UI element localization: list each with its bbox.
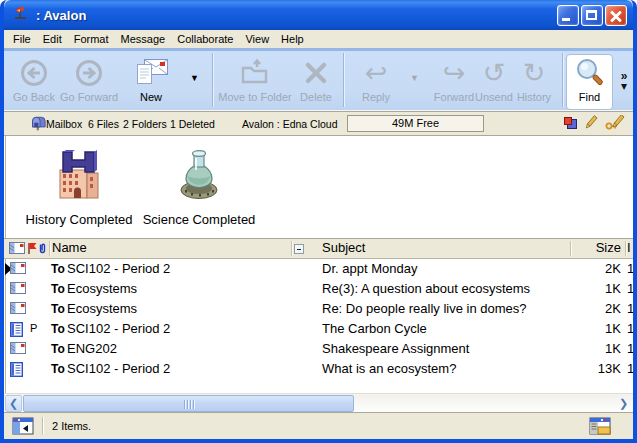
- menu-file[interactable]: File: [7, 32, 37, 46]
- message-row[interactable]: P To SCI102 - Period 2 The Carbon Cycle …: [4, 319, 633, 339]
- edit-pencil-icon[interactable]: [585, 115, 598, 132]
- unsend-icon: ↺: [483, 54, 506, 91]
- row-name: ENG202: [67, 341, 117, 356]
- row-size: 1K: [574, 321, 621, 336]
- menu-edit[interactable]: Edit: [37, 32, 68, 46]
- row-name: SCI102 - Period 2: [67, 361, 170, 376]
- move-to-folder-button[interactable]: Move to Folder: [216, 54, 294, 103]
- row-size: 2K: [574, 301, 621, 316]
- row-type-icon: [10, 282, 26, 298]
- close-icon: [606, 6, 626, 25]
- history-completed-item[interactable]: History Completed: [20, 148, 138, 227]
- row-to-label: To: [51, 322, 65, 336]
- row-extra: 1: [627, 341, 634, 356]
- column-subject[interactable]: Subject: [322, 240, 365, 255]
- history-building-icon: [53, 148, 105, 206]
- reply-button[interactable]: ↩ Reply: [352, 54, 400, 103]
- window-title: : Avalon: [36, 8, 555, 23]
- row-extra: 1: [627, 261, 634, 276]
- row-to-label: To: [51, 362, 65, 376]
- app-window: : Avalon File Edit Format Message Collab…: [0, 0, 637, 443]
- column-last[interactable]: I: [627, 240, 631, 255]
- title-bar[interactable]: : Avalon: [4, 0, 633, 30]
- new-button[interactable]: New: [122, 54, 180, 103]
- row-name: SCI102 - Period 2: [67, 261, 170, 276]
- row-size: 1K: [574, 341, 621, 356]
- items-count: 2 Items.: [52, 420, 91, 432]
- header-mail-icon[interactable]: [9, 242, 25, 258]
- message-list: To SCI102 - Period 2 Dr. appt Monday 2K …: [4, 259, 633, 393]
- row-size: 1K: [574, 281, 621, 296]
- menu-help[interactable]: Help: [275, 32, 310, 46]
- history-icon: ↻: [523, 54, 546, 91]
- row-size: 2K: [574, 261, 621, 276]
- column-name[interactable]: Name: [52, 240, 87, 255]
- delete-button[interactable]: Delete: [292, 54, 340, 103]
- toolbar-separator: [343, 53, 345, 107]
- app-icon: [13, 5, 30, 25]
- message-row[interactable]: To Ecosystems Re(3): A question about ec…: [4, 279, 633, 299]
- split-pane-icon[interactable]: [589, 417, 611, 437]
- row-subject: What is an ecosystem?: [322, 361, 456, 376]
- minimize-icon: [562, 18, 570, 21]
- scroll-right-button[interactable]: ❯: [615, 395, 632, 412]
- header-attachment-icon[interactable]: [38, 242, 47, 258]
- row-name: Ecosystems: [67, 281, 137, 296]
- new-message-icon: [132, 54, 170, 91]
- go-forward-icon: [73, 54, 105, 91]
- header-flag-icon[interactable]: [27, 242, 37, 258]
- science-completed-item[interactable]: Science Completed: [139, 148, 259, 227]
- info-bar: Mailbox 6 Files 2 Folders 1 Deleted Aval…: [4, 111, 633, 136]
- scroll-left-button[interactable]: ❮: [5, 395, 22, 412]
- row-name: SCI102 - Period 2: [67, 321, 170, 336]
- go-back-icon: [18, 54, 50, 91]
- collapse-left-pane-icon[interactable]: [12, 417, 34, 437]
- files-count: 6 Files: [88, 118, 119, 130]
- deleted-count: 1 Deleted: [170, 118, 215, 130]
- column-separator[interactable]: [570, 241, 572, 256]
- row-subject: Re: Do people really live in domes?: [322, 301, 527, 316]
- row-to-label: To: [51, 302, 65, 316]
- column-size[interactable]: Size: [582, 240, 621, 255]
- row-extra: 1: [627, 321, 634, 336]
- menu-collaborate[interactable]: Collaborate: [171, 32, 239, 46]
- delete-icon: [301, 54, 331, 91]
- go-forward-button[interactable]: Go Forward: [60, 54, 118, 103]
- column-separator[interactable]: [291, 241, 293, 256]
- go-back-button[interactable]: Go Back: [8, 54, 60, 103]
- toolbar-overflow-chevron[interactable]: »▾: [615, 71, 633, 91]
- message-row[interactable]: To Ecosystems Re: Do people really live …: [4, 299, 633, 319]
- message-row[interactable]: To SCI102 - Period 2 Dr. appt Monday 2K …: [4, 259, 633, 279]
- list-header: Name Subject Size I: [4, 238, 633, 259]
- permissions-pencil-icon[interactable]: [605, 115, 625, 132]
- row-extra: 1: [627, 361, 634, 376]
- row-subject: Shakespeare Assignment: [322, 341, 469, 356]
- menu-format[interactable]: Format: [68, 32, 115, 46]
- row-size: 13K: [574, 361, 621, 376]
- history-button[interactable]: ↻ History: [510, 54, 558, 103]
- maximize-button[interactable]: [581, 5, 603, 26]
- menu-message[interactable]: Message: [115, 32, 172, 46]
- horizontal-scrollbar[interactable]: ❮ ❯: [4, 393, 633, 412]
- menu-view[interactable]: View: [239, 32, 275, 46]
- reply-icon: ↩: [365, 54, 388, 91]
- find-icon: [574, 54, 606, 91]
- close-button[interactable]: [605, 5, 627, 26]
- row-to-label: To: [51, 282, 65, 296]
- row-to-label: To: [51, 262, 65, 276]
- row-type-icon: [10, 322, 23, 340]
- scrollbar-thumb[interactable]: [23, 395, 354, 412]
- collapse-subject-icon[interactable]: [294, 244, 304, 254]
- reply-dropdown-arrow[interactable]: ▼: [410, 73, 419, 83]
- minimize-button[interactable]: [557, 5, 579, 26]
- account-label: Avalon : Edna Cloud: [242, 118, 338, 130]
- folder-icon-pane: History Completed Science Completed: [4, 136, 633, 238]
- column-separator[interactable]: [49, 241, 51, 256]
- desktop-icon-label: Science Completed: [143, 212, 256, 227]
- layout-icon[interactable]: [563, 116, 578, 132]
- message-row[interactable]: To ENG202 Shakespeare Assignment 1K 1: [4, 339, 633, 359]
- find-button[interactable]: Find: [566, 54, 613, 103]
- forward-icon: ↪: [443, 54, 466, 91]
- message-row[interactable]: To SCI102 - Period 2 What is an ecosyste…: [4, 359, 633, 379]
- new-dropdown-arrow[interactable]: ▼: [190, 73, 199, 83]
